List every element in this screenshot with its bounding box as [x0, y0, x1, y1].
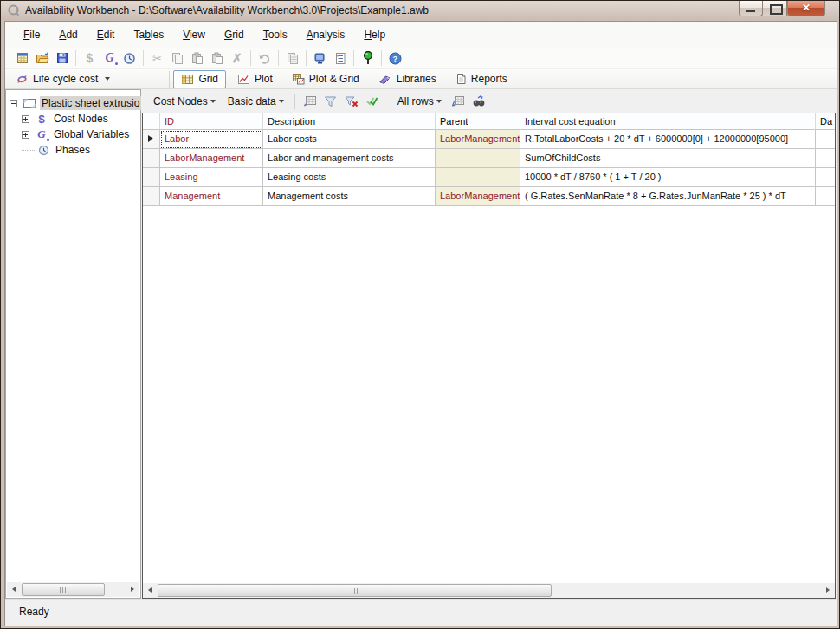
- find-icon[interactable]: [468, 92, 489, 111]
- cell-parent[interactable]: [436, 168, 520, 187]
- cell-description[interactable]: Labor and management costs: [263, 149, 436, 168]
- tab-plot-and-grid[interactable]: Plot & Grid: [284, 70, 367, 88]
- menu-tools[interactable]: Tools: [254, 22, 297, 48]
- header-id[interactable]: ID: [160, 113, 263, 130]
- cell-id[interactable]: LaborManagement: [160, 149, 263, 168]
- cell-equation[interactable]: ( G.Rates.SenManRate * 8 + G.Rates.JunMa…: [520, 187, 816, 206]
- expand-icon[interactable]: [22, 131, 29, 139]
- menu-help[interactable]: Help: [354, 22, 395, 48]
- row-selector-cell[interactable]: [143, 130, 160, 149]
- cell-parent[interactable]: [436, 149, 520, 168]
- tree-item-label: Plastic sheet extrusio: [40, 96, 141, 110]
- edit-grid-icon[interactable]: [300, 92, 320, 111]
- table-row: Labor Labor costs LaborManagement R.Tota…: [143, 130, 835, 149]
- tab-label: Grid: [198, 73, 218, 85]
- cell-id[interactable]: Management: [160, 187, 263, 206]
- expand-icon[interactable]: [22, 115, 29, 123]
- cell-extra[interactable]: [816, 149, 835, 168]
- module-selector-label: Life cycle cost: [33, 73, 98, 85]
- table-row: Leasing Leasing costs 10000 * dT / 8760 …: [143, 168, 835, 187]
- filter-icon[interactable]: [320, 92, 341, 111]
- checklist-icon[interactable]: [330, 49, 350, 68]
- cell-description[interactable]: Leasing costs: [263, 168, 436, 187]
- cell-extra[interactable]: [816, 130, 835, 149]
- tab-reports[interactable]: Reports: [448, 70, 515, 88]
- cell-id[interactable]: Labor: [160, 130, 263, 149]
- cell-description[interactable]: Management costs: [263, 187, 436, 206]
- cost-node-icon: $: [80, 49, 100, 68]
- toolbar-separator: [381, 50, 382, 66]
- maximize-button[interactable]: [763, 1, 787, 16]
- menu-edit[interactable]: Edit: [87, 22, 125, 48]
- cell-parent[interactable]: LaborManagement: [436, 187, 520, 206]
- client-area: File Add Edit Tables View Grid Tools Ana…: [4, 21, 837, 626]
- tab-plot[interactable]: Plot: [229, 70, 281, 88]
- menu-file[interactable]: File: [14, 22, 49, 48]
- traffic-light-icon[interactable]: [358, 49, 378, 68]
- header-selector[interactable]: [143, 113, 160, 130]
- tree-horizontal-scrollbar[interactable]: [7, 582, 139, 597]
- save-icon[interactable]: [52, 49, 72, 68]
- tree-item-project[interactable]: Plastic sheet extrusio: [10, 95, 140, 111]
- rows-filter-dropdown[interactable]: All rows: [391, 92, 448, 111]
- menu-grid[interactable]: Grid: [215, 22, 254, 48]
- view-selector-label: Basic data: [228, 95, 276, 107]
- menu-add[interactable]: Add: [49, 22, 87, 48]
- cell-description[interactable]: Labor costs: [263, 130, 436, 149]
- tab-grid[interactable]: Grid: [173, 70, 226, 88]
- view-selector-dropdown[interactable]: Basic data: [222, 92, 290, 111]
- view-toolbar: Life cycle cost Grid Plot Plot & Grid Li…: [5, 69, 837, 89]
- collapse-icon[interactable]: [10, 100, 17, 107]
- validate-icon[interactable]: [362, 92, 383, 111]
- table-selector-dropdown[interactable]: Cost Nodes: [147, 92, 222, 111]
- row-selector-cell[interactable]: [143, 149, 160, 168]
- header-description[interactable]: Description: [263, 113, 436, 130]
- menu-view[interactable]: View: [173, 22, 215, 48]
- help-icon[interactable]: ?: [385, 49, 405, 68]
- open-icon[interactable]: [32, 49, 52, 68]
- header-parent[interactable]: Parent: [436, 113, 520, 130]
- tree-item-cost-nodes[interactable]: $ Cost Nodes: [10, 111, 140, 126]
- tree-item-phases[interactable]: Phases: [10, 142, 140, 158]
- global-icon: G: [35, 128, 48, 140]
- grid-panel: Cost Nodes Basic data: [142, 89, 837, 599]
- undo-icon: [255, 49, 275, 68]
- global-variable-icon[interactable]: G: [100, 49, 120, 68]
- tab-libraries[interactable]: Libraries: [371, 70, 444, 88]
- tree-item-global-variables[interactable]: G Global Variables: [10, 126, 140, 142]
- data-grid: ID Description Parent Interval cost equa…: [142, 113, 836, 599]
- clear-filter-icon[interactable]: [341, 92, 362, 111]
- row-selector-cell[interactable]: [143, 168, 160, 187]
- table-row: LaborManagement Labor and management cos…: [143, 149, 835, 168]
- cell-id[interactable]: Leasing: [160, 168, 263, 187]
- title-bar[interactable]: Availability Workbench - D:\Software\Ava…: [1, 1, 839, 20]
- goto-row-icon[interactable]: [448, 92, 468, 111]
- new-project-icon[interactable]: [12, 49, 32, 68]
- cell-equation[interactable]: R.TotalLaborCosts + 20 * dT + 6000000[0]…: [520, 130, 816, 149]
- close-button[interactable]: [787, 1, 825, 16]
- phases-clock-icon[interactable]: [120, 49, 139, 68]
- grid-horizontal-scrollbar[interactable]: [143, 583, 835, 598]
- cell-parent[interactable]: LaborManagement: [436, 130, 520, 149]
- row-selector-cell[interactable]: [143, 187, 160, 206]
- computer-icon[interactable]: [310, 49, 330, 68]
- scroll-right-icon[interactable]: [125, 582, 139, 597]
- module-selector-dropdown[interactable]: Life cycle cost: [10, 70, 115, 88]
- cut-icon: ✂: [147, 49, 167, 68]
- cell-equation[interactable]: 10000 * dT / 8760 * ( 1 + T / 20 ): [520, 168, 816, 187]
- cell-equation[interactable]: SumOfChildCosts: [520, 149, 816, 168]
- scroll-left-icon[interactable]: [143, 583, 158, 598]
- cell-extra[interactable]: [816, 168, 835, 187]
- header-equation[interactable]: Interval cost equation: [520, 113, 816, 130]
- menu-analysis[interactable]: Analysis: [297, 22, 355, 48]
- header-extra[interactable]: Da: [816, 113, 835, 130]
- scrollbar-thumb[interactable]: [158, 584, 552, 597]
- cell-extra[interactable]: [816, 187, 835, 206]
- scroll-left-icon[interactable]: [7, 582, 22, 597]
- scroll-right-icon[interactable]: [820, 583, 835, 598]
- tree-item-label: Phases: [54, 143, 92, 157]
- minimize-button[interactable]: [739, 1, 763, 16]
- app-icon: [7, 3, 21, 17]
- menu-tables[interactable]: Tables: [124, 22, 173, 48]
- scrollbar-thumb[interactable]: [22, 583, 105, 596]
